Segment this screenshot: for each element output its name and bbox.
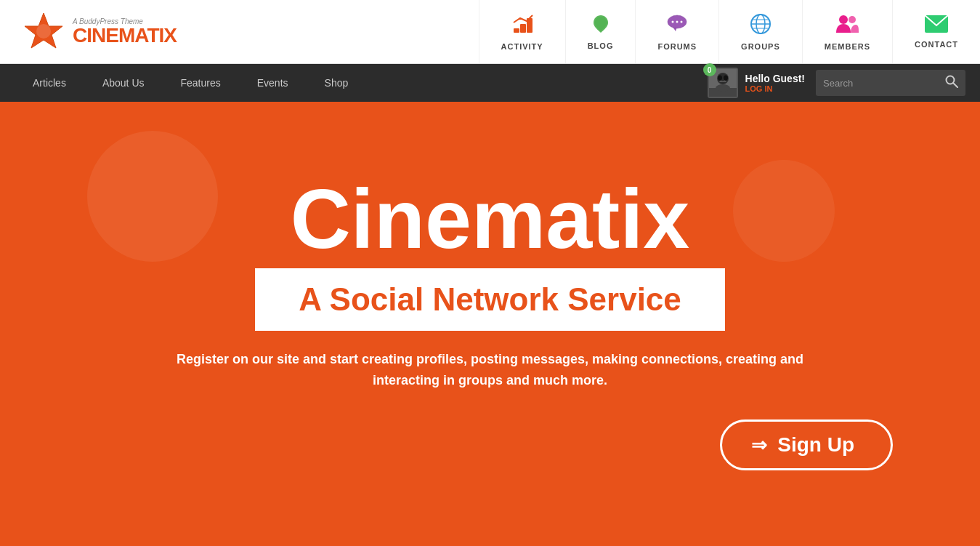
search-input[interactable] [823,78,945,89]
nav-events[interactable]: Events [239,64,307,102]
nav-item-blog[interactable]: BLOG [565,0,636,63]
hero-description: Register on our site and start creating … [163,349,817,391]
search-button[interactable] [945,75,958,92]
nav-item-activity[interactable]: ACTIVITY [479,0,565,63]
contact-icon [924,15,949,37]
svg-point-1 [36,24,51,39]
notification-badge: 0 [703,63,716,76]
forums-label: FORUMS [657,42,697,51]
avatar-wrap: 0 [708,68,738,98]
hero-subtitle-wrap: A Social Network Service [255,268,725,331]
nav-item-members[interactable]: MEMBERS [802,0,892,63]
hero-section: Cinematix A Social Network Service Regis… [0,102,980,546]
search-area [816,70,965,96]
groups-icon [749,12,772,39]
signup-arrow-icon: ⇒ [751,434,767,457]
user-hello-text: Hello Guest! [745,73,805,84]
user-area: 0 Hello Guest! LOG IN [708,68,805,98]
nav-articles[interactable]: Articles [15,64,84,102]
logo-c: C [73,24,86,47]
activity-icon [511,12,534,39]
svg-point-27 [724,76,728,81]
svg-point-17 [849,16,856,23]
secondary-navigation: Articles About Us Features Events Shop [0,64,980,102]
activity-label: ACTIVITY [501,42,543,51]
svg-point-16 [839,15,848,24]
secondary-nav-links: Articles About Us Features Events Shop [15,64,708,102]
svg-point-10 [681,21,683,23]
blog-icon [590,13,612,39]
signup-button[interactable]: ⇒ Sign Up [720,419,893,470]
nav-item-groups[interactable]: GROUPS [718,0,802,63]
search-icon [945,75,958,88]
forums-icon [665,12,689,39]
nav-features[interactable]: Features [163,64,239,102]
logo-rest: INEMATIX [86,24,177,47]
svg-rect-3 [520,24,526,33]
nav-about[interactable]: About Us [84,64,163,102]
members-icon [835,12,859,39]
top-nav-links: ACTIVITY BLOG FORUMS GROUPS [198,0,980,63]
svg-point-26 [718,76,722,81]
svg-line-29 [953,83,957,87]
svg-point-24 [716,84,730,92]
logo-title: CINEMATIX [73,25,177,46]
members-label: MEMBERS [825,42,870,51]
groups-label: GROUPS [741,42,780,51]
login-link[interactable]: LOG IN [745,84,805,93]
svg-point-8 [672,21,674,23]
contact-label: CONTACT [915,40,958,49]
svg-point-9 [676,21,679,23]
signup-label: Sign Up [777,433,854,457]
svg-marker-6 [673,27,677,31]
svg-rect-2 [514,28,519,33]
hero-subtitle: A Social Network Service [299,281,681,317]
blog-label: BLOG [588,41,614,50]
nav-item-forums[interactable]: FORUMS [635,0,718,63]
logo[interactable]: A BuddyPress Theme CINEMATIX [0,0,198,63]
top-navigation: A BuddyPress Theme CINEMATIX ACTIVITY BL… [0,0,980,64]
hero-title: Cinematix [291,177,690,261]
nav-item-contact[interactable]: CONTACT [892,0,980,63]
logo-icon [22,12,65,52]
user-greeting-area: Hello Guest! LOG IN [745,73,805,93]
nav-shop[interactable]: Shop [307,64,367,102]
